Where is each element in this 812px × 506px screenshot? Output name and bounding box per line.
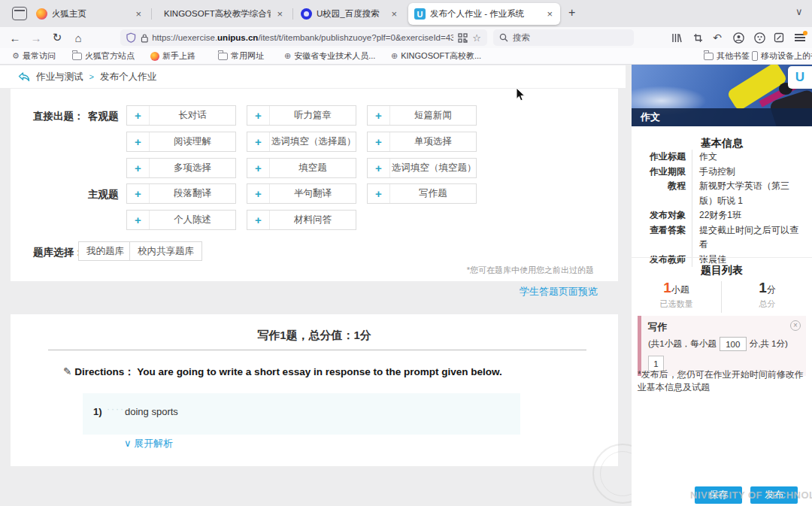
- baidu-icon: [301, 8, 312, 20]
- other-bookmarks[interactable]: 其他书签: [704, 48, 750, 64]
- close-icon[interactable]: ×: [134, 8, 143, 20]
- question-row[interactable]: 1) ···· doing sports: [83, 393, 520, 435]
- add-banked-cloze-blank-button[interactable]: +选词填空（填空题）: [367, 158, 477, 178]
- add-multi-choice-button[interactable]: +多项选择: [126, 158, 236, 178]
- home-icon[interactable]: ⌂: [69, 27, 87, 48]
- bookmark-getting-started[interactable]: 新手上路: [150, 48, 195, 64]
- tab-title: KINGOSOFT高校教学综合管理服务平: [164, 8, 271, 20]
- question-number: 1): [93, 406, 102, 417]
- undo-icon[interactable]: ↶: [710, 31, 725, 44]
- add-personal-statement-button[interactable]: +个人陈述: [126, 210, 236, 230]
- save-button[interactable]: 保存: [695, 486, 742, 504]
- bookmark-anhui-site[interactable]: ⊕安徽省专业技术人员...: [284, 48, 375, 64]
- breadcrumb-separator: >: [89, 72, 94, 81]
- firefox-view-icon[interactable]: [12, 7, 27, 20]
- add-fill-blank-button[interactable]: +填空题: [247, 158, 356, 178]
- plus-icon: +: [127, 106, 150, 125]
- plus-icon: +: [127, 184, 150, 203]
- bookmark-kingosoft[interactable]: ⊕KINGOSOFT高校教...: [391, 48, 481, 64]
- tab-separator: [292, 8, 293, 20]
- screenshot-icon[interactable]: [690, 31, 705, 44]
- divider: [721, 281, 722, 313]
- edit-page-icon[interactable]: [771, 31, 786, 44]
- total-score: 1分 总分: [723, 280, 812, 310]
- homework-sidebar: 作文 基本信息 作业标题作文 作业期限手动控制 教程新视野大学英语（第三版）听说…: [632, 65, 812, 506]
- expand-analysis-link[interactable]: ∨ 展开解析: [124, 437, 173, 450]
- plus-icon: +: [368, 106, 390, 125]
- extension-icon[interactable]: [752, 31, 767, 44]
- breadcrumb-section[interactable]: 作业与测试: [36, 71, 83, 83]
- basic-info-header: 基本信息: [632, 137, 812, 150]
- writing-question-card: 写作 × (共1小题，每小题 分,共 1分) 1: [638, 316, 806, 376]
- close-icon[interactable]: ×: [389, 8, 398, 20]
- publish-note: *发布后，您仍可在作业开始时间前修改作业基本信息及试题: [638, 368, 807, 394]
- plus-icon: +: [368, 184, 390, 203]
- list-all-tabs-icon[interactable]: ∨: [795, 6, 803, 17]
- menu-notification-badge: [803, 31, 807, 35]
- homework-banner-image: 作文: [632, 65, 812, 126]
- student-preview-link[interactable]: 学生答题页面预览: [520, 285, 598, 298]
- back-icon[interactable]: ←: [6, 27, 24, 48]
- lock-icon: [141, 33, 149, 43]
- tab-separator: [151, 8, 152, 20]
- add-short-news-button[interactable]: +短篇新闻: [367, 105, 477, 126]
- tab-publish-homework-active[interactable]: U 发布个人作业 - 作业系统 ×: [408, 3, 560, 25]
- folder-icon: [72, 53, 82, 60]
- account-icon[interactable]: [731, 31, 746, 44]
- chevron-down-icon: ∨: [124, 438, 132, 449]
- pencil-icon: ✎: [63, 366, 71, 377]
- school-shared-bank-button[interactable]: 校内共享题库: [129, 241, 202, 261]
- bank-note: *您可在题库中使用您之前出过的题: [467, 265, 594, 276]
- forward-icon[interactable]: →: [27, 27, 45, 48]
- plus-icon: +: [127, 159, 150, 177]
- publish-button[interactable]: 发布: [750, 486, 798, 504]
- bookmarks-bar: ⚙最常访问 火狐官方站点 新手上路 常用网址 ⊕安徽省专业技术人员... ⊕KI…: [0, 48, 812, 65]
- add-reading-button[interactable]: +阅读理解: [126, 132, 236, 152]
- folder-icon: [218, 53, 228, 60]
- close-icon[interactable]: ×: [275, 8, 284, 20]
- tab-baidu-search[interactable]: U校园_百度搜索 ×: [295, 3, 404, 25]
- mobile-bookmarks[interactable]: 移动设备上的书签: [752, 48, 812, 64]
- search-input[interactable]: 搜索: [493, 29, 634, 46]
- breadcrumb: 作业与测试 > 发布个人作业: [0, 65, 626, 88]
- info-row: 作业标题作文: [639, 150, 806, 165]
- url-bar[interactable]: https://uexercise.unipus.cn/itest/t/item…: [120, 29, 487, 46]
- add-banked-cloze-choice-button[interactable]: +选词填空（选择题）: [247, 132, 356, 152]
- remove-question-icon[interactable]: ×: [790, 320, 801, 331]
- basic-info-table: 作业标题作文 作业期限手动控制 教程新视野大学英语（第三版）听说 1 发布对象2…: [639, 150, 806, 267]
- reload-icon[interactable]: ↻: [48, 27, 66, 48]
- my-bank-button[interactable]: 我的题库: [78, 241, 132, 261]
- tab-title: U校园_百度搜索: [317, 8, 385, 20]
- breadcrumb-back-icon[interactable]: [18, 72, 30, 82]
- shield-icon[interactable]: [126, 32, 136, 43]
- bookmark-folder-common[interactable]: 常用网址: [218, 48, 264, 64]
- qr-scan-icon[interactable]: [458, 33, 468, 43]
- ucampus-float-widget[interactable]: U: [788, 66, 812, 89]
- add-listening-passage-button[interactable]: +听力篇章: [247, 105, 356, 126]
- score-line: (共1小题，每小题 分,共 1分): [648, 337, 800, 351]
- directions-text: You are going to write a short essay in …: [137, 366, 501, 377]
- firefox-icon: [36, 8, 47, 20]
- globe-icon: ⊕: [284, 51, 291, 61]
- selected-count: 1小题 已选数量: [632, 280, 721, 310]
- add-single-choice-button[interactable]: +单项选择: [367, 132, 477, 152]
- add-writing-button[interactable]: +写作题: [367, 183, 477, 204]
- add-long-dialog-button[interactable]: +长对话: [126, 105, 236, 126]
- library-icon[interactable]: [669, 31, 684, 44]
- tab-kingosoft[interactable]: KINGOSOFT高校教学综合管理服务平 ×: [153, 3, 290, 25]
- close-icon[interactable]: ×: [545, 8, 554, 20]
- subjective-label: 主观题: [88, 188, 119, 201]
- tab-firefox-home[interactable]: 火狐主页 ×: [30, 3, 149, 25]
- bookmark-folder-firefox[interactable]: 火狐官方站点: [72, 48, 135, 64]
- tab-bar: 火狐主页 × KINGOSOFT高校教学综合管理服务平 × U校园_百度搜索 ×…: [0, 0, 812, 27]
- plus-icon: +: [368, 159, 390, 177]
- menu-icon[interactable]: [792, 31, 807, 44]
- direct-compose-label: 直接出题：: [33, 110, 84, 123]
- add-half-sentence-translation-button[interactable]: +半句翻译: [247, 183, 356, 204]
- add-paragraph-translation-button[interactable]: +段落翻译: [126, 183, 236, 204]
- per-question-score-input[interactable]: [720, 337, 747, 351]
- bookmark-most-visited[interactable]: ⚙最常访问: [12, 48, 56, 64]
- add-material-qa-button[interactable]: +材料问答: [247, 210, 356, 230]
- bookmark-star-icon[interactable]: ☆: [472, 32, 481, 44]
- new-tab-button[interactable]: +: [568, 6, 575, 20]
